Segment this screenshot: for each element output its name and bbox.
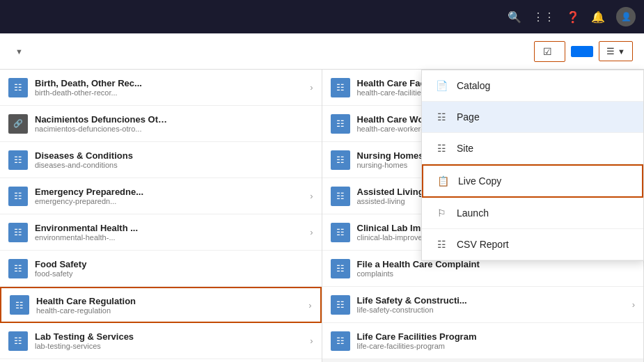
csv-report-icon: ☷: [434, 237, 448, 251]
user-avatar[interactable]: 👤: [616, 7, 636, 26]
page-icon: ☷: [434, 110, 448, 124]
link-icon: 🔗: [8, 114, 28, 134]
select-all-button[interactable]: ☑: [534, 41, 565, 62]
page-icon: ☷: [331, 331, 350, 351]
page-icon: ☷: [331, 78, 350, 97]
dropdown-item-launch[interactable]: ⚐ Launch: [422, 198, 643, 229]
top-bar: 🔍 ⋮⋮ ❓ 🔔 👤: [0, 0, 644, 33]
dropdown-item-site[interactable]: ☷ Site: [422, 133, 643, 164]
page-icon: ☷: [331, 295, 350, 315]
list-item[interactable]: 🔗 Nacimientos Defunciones Otr... nacimie…: [0, 106, 322, 142]
list-item[interactable]: ☷ Health Care Regulation health-care-reg…: [0, 287, 322, 323]
sub-header: ▼ ☑ ☰ ▼: [0, 33, 644, 70]
create-button[interactable]: [571, 46, 593, 57]
list-item[interactable]: ☷ Diseases & Conditions diseases-and-con…: [0, 142, 322, 178]
search-icon[interactable]: 🔍: [508, 10, 521, 24]
list-item[interactable]: ☷ Lab Testing & Services lab-testing-ser…: [0, 323, 322, 359]
page-icon: ☷: [331, 223, 350, 242]
dropdown-item-catalog[interactable]: 📄 Catalog: [422, 70, 643, 102]
bell-icon[interactable]: 🔔: [591, 10, 605, 24]
grid-icon[interactable]: ⋮⋮: [533, 10, 555, 24]
list-item[interactable]: ☷ Food Safety food-safety: [0, 251, 322, 287]
breadcrumb-chevron[interactable]: ▼: [15, 47, 23, 56]
dropdown-item-csv-report[interactable]: ☷ CSV Report: [422, 229, 643, 260]
list-item[interactable]: ☷ Life Safety & Constructi... life-safet…: [322, 287, 644, 323]
columns-button[interactable]: ☰ ▼: [599, 41, 633, 61]
list-item[interactable]: ☷ Birth, Death, Other Rec... birth-death…: [0, 70, 322, 106]
list-item[interactable]: ☷ Environmental Health ... environmental…: [0, 214, 322, 251]
page-icon: ☷: [331, 259, 350, 278]
page-icon: ☷: [8, 331, 28, 351]
help-icon[interactable]: ❓: [566, 10, 580, 24]
page-icon: ☷: [8, 187, 28, 206]
list-item[interactable]: ☷ Life Care Facilities Program life-care…: [322, 323, 644, 359]
list-column-1: ☷ Birth, Death, Other Rec... birth-death…: [0, 70, 322, 362]
page-icon: ☷: [8, 78, 28, 97]
page-icon: ☷: [8, 223, 28, 242]
create-dropdown: 📄 Catalog ☷ Page ☷ Site 📋 Live Copy ⚐ La…: [421, 70, 644, 261]
page-icon: ☷: [331, 150, 350, 170]
action-bar: ☑ ☰ ▼: [534, 41, 633, 62]
list-item[interactable]: ☷ Life Stages & Populations life-stages-…: [0, 359, 322, 362]
catalog-icon: 📄: [434, 79, 448, 93]
dropdown-item-live-copy[interactable]: 📋 Live Copy: [422, 164, 643, 198]
launch-icon: ⚐: [434, 206, 448, 220]
breadcrumb: ▼: [11, 47, 23, 56]
list-item[interactable]: ☷ Emergency Preparedne... emergency-prep…: [0, 178, 322, 214]
page-icon: ☷: [331, 114, 350, 134]
site-icon: ☷: [434, 141, 448, 155]
page-icon: ☷: [8, 259, 28, 278]
live-copy-icon: 📋: [436, 174, 450, 188]
page-icon: ☷: [10, 295, 29, 315]
dropdown-item-page[interactable]: ☷ Page: [422, 102, 643, 133]
page-icon: ☷: [8, 150, 28, 170]
page-icon: ☷: [331, 187, 350, 206]
main-content: ☷ Birth, Death, Other Rec... birth-death…: [0, 70, 644, 362]
